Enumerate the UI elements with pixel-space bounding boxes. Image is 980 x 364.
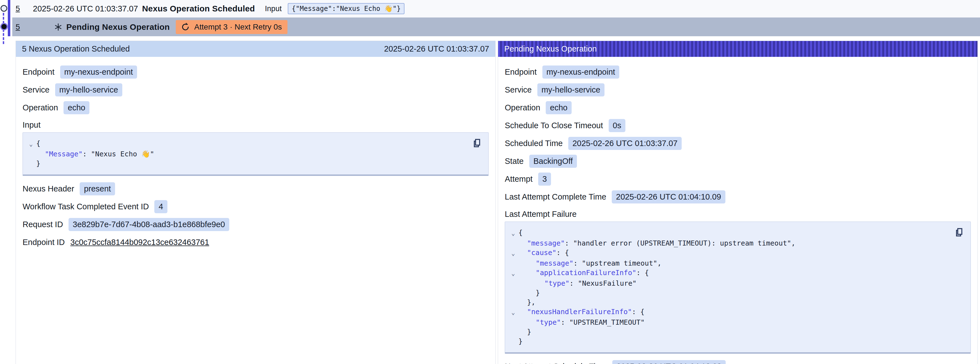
collapse-chevron-icon[interactable]: ⌄ [508,307,519,318]
copy-icon [955,227,964,237]
gutter [508,298,519,307]
code-text: "type": "UPSTREAM_TIMEOUT" [519,318,644,327]
scheduled-panel-header: 5 Nexus Operation Scheduled 2025-02-26 U… [16,41,495,57]
field-state: StateBackingOff [505,152,971,170]
json-key: "Message" [45,150,83,158]
code-text: } [519,288,540,298]
field-group-bottom: Nexus HeaderpresentWorkflow Task Complet… [22,180,488,251]
field-value-chip: 2025-02-26 UTC 01:03:37.07 [568,137,682,150]
input-section-label: Input [22,120,488,129]
field-service: Servicemy-hello-service [22,81,488,99]
collapse-chevron-icon[interactable]: ⌄ [508,268,519,279]
field-label: Endpoint [505,67,537,77]
json-key: "type" [544,279,570,287]
retry-badge-text: Attempt 3 · Next Retry 0s [194,22,282,32]
code-text: "type": "NexusFailure" [519,279,636,288]
field-value-chip: 2025-02-26 UTC 01:04:10.09 [612,190,725,203]
code-text: }, [519,298,535,307]
json-key: "cause" [527,249,556,257]
panel-title: Pending Nexus Operation [504,44,597,54]
field-label: Nexus Header [22,184,74,193]
field-value-chip: my-nexus-endpoint [60,65,137,78]
gutter [508,337,519,346]
field-value-chip: 3 [538,172,551,186]
event-title: Pending Nexus Operation [66,22,170,32]
gutter [25,159,36,168]
field-scheduled-time: Scheduled Time2025-02-26 UTC 01:03:37.07 [505,134,971,152]
code-line: } [508,327,951,337]
field-value-chip: echo [64,101,89,114]
field-value-chip: my-hello-service [55,83,122,96]
event-id-link[interactable]: 5 [16,22,25,32]
field-value-chip: 0s [609,119,626,132]
panel-title: 5 Nexus Operation Scheduled [22,44,130,54]
copy-button[interactable] [955,226,965,238]
code-text: } [519,337,523,346]
code-line: } [508,288,951,298]
code-line: ⌄{ [25,139,469,149]
code-text: "message": "handler error (UPSTREAM_TIME… [519,239,795,248]
event-history-rows: 5 2025-02-26 UTC 01:03:37.07 Nexus Opera… [12,0,980,36]
field-value-chip: 4 [154,200,167,213]
field-label: State [505,156,524,166]
field-group-top: Endpointmy-nexus-endpointServicemy-hello… [505,63,971,206]
gutter [508,239,519,248]
field-endpoint: Endpointmy-nexus-endpoint [505,63,971,81]
field-value-chip: my-nexus-endpoint [542,65,619,78]
field-nexus-header: Nexus Headerpresent [22,180,488,198]
code-line: "message": "upstream timeout", [508,259,951,268]
input-inline-value: {"Message":"Nexus Echo 👋"} [288,3,404,14]
event-row-nexus-operation-scheduled[interactable]: 5 2025-02-26 UTC 01:03:37.07 Nexus Opera… [12,0,980,18]
field-label: Next Attempt Schedule Time [505,362,607,364]
timeline-rail [0,0,13,47]
field-value-link[interactable]: 3c0c75ccfa8144b092c13ce632463761 [70,238,209,247]
collapse-chevron-icon[interactable]: ⌄ [508,228,519,239]
field-group-bottom: Next Attempt Schedule Time2025-02-26 UTC… [505,358,971,364]
code-text: "applicationFailureInfo": { [519,268,649,279]
field-service: Servicemy-hello-service [505,81,971,99]
collapse-chevron-icon[interactable]: ⌄ [508,248,519,259]
pending-asterisk-icon [54,23,66,31]
code-text: } [519,327,531,337]
event-row-pending-nexus-operation[interactable]: 5 Pending Nexus Operation Attempt 3 · Ne… [12,18,980,36]
code-line: } [508,337,951,346]
field-operation: Operationecho [22,99,488,117]
code-line: ⌄"applicationFailureInfo": { [508,268,951,279]
field-value-chip: 3e829b7e-7d67-4b08-aad3-b1e868bfe9e0 [68,218,229,231]
code-line: ⌄{ [508,228,951,239]
code-text: { [519,228,523,239]
code-text: "cause": { [519,248,569,259]
event-title: Nexus Operation Scheduled [142,4,255,13]
field-value-chip: 2025-02-26 UTC 01:04:13.93 [612,360,725,364]
field-label: Service [22,85,49,94]
code-line: "type": "UPSTREAM_TIMEOUT" [508,318,951,327]
code-text: } [36,159,40,168]
scheduled-event-panel: 5 Nexus Operation Scheduled 2025-02-26 U… [16,41,496,364]
gutter [508,318,519,327]
field-label: Endpoint ID [22,238,65,247]
field-attempt: Attempt3 [505,170,971,188]
code-line: "Message": "Nexus Echo 👋" [25,149,469,159]
failure-json-block: ⌄{"message": "handler error (UPSTREAM_TI… [505,222,971,354]
retry-icon [181,23,190,31]
json-key: "message" [527,239,565,247]
collapse-chevron-icon[interactable]: ⌄ [25,139,36,149]
code-text: "nexusHandlerFailureInfo": { [519,307,644,318]
json-key: "applicationFailureInfo" [536,269,636,277]
event-id-link[interactable]: 5 [16,4,25,13]
current-event-marker-icon [2,24,7,29]
field-value-chip: present [80,182,115,195]
code-text: { [36,139,40,149]
code-text: "message": "upstream timeout", [519,259,662,268]
field-value-chip: BackingOff [529,155,577,168]
gutter [508,327,519,337]
field-next-attempt-schedule-time: Next Attempt Schedule Time2025-02-26 UTC… [505,358,971,364]
field-label: Attempt [505,174,533,184]
gutter [508,279,519,288]
code-line: ⌄"nexusHandlerFailureInfo": { [508,307,951,318]
field-operation: Operationecho [505,99,971,117]
field-label: Endpoint [22,67,55,77]
field-label: Scheduled Time [505,139,563,148]
copy-button[interactable] [472,137,483,148]
input-inline-label: Input [265,5,282,13]
